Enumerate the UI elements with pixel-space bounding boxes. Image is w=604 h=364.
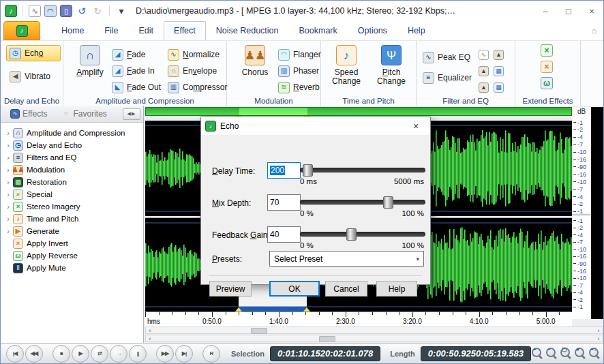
ribbon-collapse-icon[interactable]: ⌂ xyxy=(592,26,597,35)
ribbon-button-fade[interactable]: ◢Fade xyxy=(108,46,149,63)
scroll-thumb[interactable] xyxy=(319,336,335,342)
new-file-icon[interactable]: ∿ xyxy=(29,5,41,17)
play-button[interactable]: ▶ xyxy=(72,345,89,363)
tab-help[interactable]: Help xyxy=(397,21,436,40)
ribbon-button-phaser[interactable]: ▨Phaser xyxy=(275,63,322,79)
zoom-selection-icon[interactable]: ▢ xyxy=(560,347,573,360)
tree-item-delay-and-echo[interactable]: ›◷Delay and Echo xyxy=(1,139,143,151)
selection-handle-start-icon[interactable] xyxy=(235,307,242,312)
tree-item-apply-mute[interactable]: ‖Apply Mute xyxy=(1,262,143,274)
tab-effect[interactable]: Effect xyxy=(164,21,206,40)
record-button[interactable]: R xyxy=(202,345,220,363)
cancel-button[interactable]: Cancel xyxy=(325,281,367,297)
app-menu-button[interactable]: ♪ xyxy=(3,21,40,40)
scroll-left-icon[interactable]: ‹ xyxy=(146,335,154,342)
sidebar-tab-favorites[interactable]: ☆Favorites xyxy=(54,108,113,120)
horizontal-scrollbar-2[interactable]: ‹› xyxy=(145,335,603,342)
ribbon-button-flanger[interactable]: ◠Flanger xyxy=(275,46,324,63)
expander-icon[interactable]: › xyxy=(3,190,13,198)
stop-button[interactable]: ■ xyxy=(52,345,70,363)
scroll-thumb[interactable] xyxy=(251,328,267,334)
ribbon-button-eqsm5[interactable]: ▲ xyxy=(478,79,489,95)
time-ruler[interactable]: hms0:50.01:40.02:30.03:20.04:10.05:00.0 xyxy=(145,312,572,327)
ribbon-button-amplify[interactable]: ∩Amplify xyxy=(70,45,110,77)
ribbon-button-fade-out[interactable]: ◣Fade Out xyxy=(108,79,164,95)
help-button[interactable]: Help xyxy=(376,281,417,297)
tree-item-apply-invert[interactable]: ×Apply Invert xyxy=(1,237,143,249)
selection-handle-end-icon[interactable] xyxy=(303,307,310,312)
ribbon-button-speed-change[interactable]: ♪Speed Change xyxy=(327,45,366,86)
tree-item-filters-and-eq[interactable]: ›≡Filters and EQ xyxy=(1,151,143,164)
ribbon-button-normalize[interactable]: ∿Normalize xyxy=(164,46,223,63)
echo-dialog-titlebar[interactable]: ♪ Echo × xyxy=(201,117,430,135)
ribbon-button-echo[interactable]: ◷Echo xyxy=(6,45,61,61)
maximize-button[interactable]: □ xyxy=(557,2,580,20)
loop-button[interactable]: ⇄ xyxy=(91,345,108,363)
slider-thumb-1[interactable] xyxy=(383,196,393,209)
expander-icon[interactable]: › xyxy=(3,178,13,186)
horizontal-scrollbar-1[interactable]: ‹› xyxy=(145,327,603,334)
ribbon-button-envelope[interactable]: ∩Envelope xyxy=(164,63,220,79)
ribbon-button-eqsm3[interactable]: ▲ xyxy=(478,63,489,79)
app-icon[interactable]: ♪ xyxy=(5,5,17,17)
pause-button[interactable]: || xyxy=(129,345,147,363)
tab-home[interactable]: Home xyxy=(51,21,94,40)
sidebar-scroll-arrows[interactable]: ◀▶ xyxy=(123,108,140,120)
scroll-left-icon[interactable]: ‹ xyxy=(146,327,154,333)
expander-icon[interactable]: › xyxy=(3,129,13,137)
zoom-full-icon[interactable]: ● xyxy=(574,347,587,360)
expander-icon[interactable]: › xyxy=(3,227,13,235)
field-input-0[interactable]: 200 xyxy=(267,162,301,179)
go-start-button[interactable]: |◀ xyxy=(6,345,24,363)
step-forward-button[interactable]: → xyxy=(110,345,127,363)
ribbon-button-fade-in[interactable]: ◢Fade In xyxy=(108,63,158,79)
scroll-right-icon[interactable]: › xyxy=(594,327,603,333)
go-end-button[interactable]: ▶| xyxy=(175,345,193,363)
ribbon-button-eqsm6[interactable]: ▦ xyxy=(493,79,504,95)
tree-item-time-and-pitch[interactable]: ›♪Time and Pitch xyxy=(1,213,143,225)
ribbon-button-eqsm1[interactable]: ∿ xyxy=(478,46,489,63)
ribbon-button-ext1[interactable]: × xyxy=(540,42,554,59)
tab-edit[interactable]: Edit xyxy=(129,21,164,40)
tree-item-stereo-imagery[interactable]: ›×Stereo Imagery xyxy=(1,200,143,213)
tree-item-apply-reverse[interactable]: ωApply Reverse xyxy=(1,249,143,262)
slider-thumb-2[interactable] xyxy=(346,228,357,241)
tab-bookmark[interactable]: Bookmark xyxy=(289,21,348,40)
ribbon-button-ext2[interactable]: × xyxy=(540,59,554,75)
expander-icon[interactable]: › xyxy=(3,141,13,149)
selection-bottom-bar[interactable] xyxy=(239,307,307,312)
slider-thumb-0[interactable] xyxy=(303,164,313,177)
tab-options[interactable]: Options xyxy=(348,21,397,40)
ribbon-button-peak-eq[interactable]: ∿Peak EQ xyxy=(419,49,474,65)
zoom-in-icon[interactable]: + xyxy=(531,347,544,360)
ok-button[interactable]: OK xyxy=(269,281,320,297)
ribbon-button-chorus[interactable]: ♟♟Chorus xyxy=(235,45,275,77)
tab-noise-reduction[interactable]: Noise Reduction xyxy=(206,21,289,40)
expander-icon[interactable]: › xyxy=(3,166,13,174)
field-input-2[interactable]: 40 xyxy=(267,226,301,243)
waveform-overview-strip[interactable] xyxy=(145,107,572,116)
scroll-right-icon[interactable]: › xyxy=(594,335,603,342)
close-button[interactable]: × xyxy=(580,2,603,20)
zoom-vertical-in-icon[interactable]: +↕ xyxy=(588,347,601,360)
tree-item-amplitude-and-compression[interactable]: ›∩Amplitude and Compression xyxy=(1,127,143,139)
tree-item-restoration[interactable]: ›▦Restoration xyxy=(1,176,143,188)
ribbon-button-ext3[interactable]: ω xyxy=(540,75,554,91)
sidebar-tab-effects[interactable]: ∿Effects xyxy=(3,108,54,120)
slider-track-0[interactable] xyxy=(300,168,425,172)
ribbon-button-eqsm2[interactable]: ▲ xyxy=(493,46,504,63)
expander-icon[interactable]: › xyxy=(3,153,13,162)
slider-track-2[interactable] xyxy=(300,232,425,237)
redo-icon[interactable]: ↻ xyxy=(91,5,104,17)
rewind-button[interactable]: ◀◀ xyxy=(25,345,43,363)
tab-file[interactable]: File xyxy=(94,21,128,40)
save-file-icon[interactable]: ▯ xyxy=(60,5,72,17)
presets-dropdown[interactable]: Select Preset▾ xyxy=(269,251,424,267)
toolbar-more-icon[interactable]: ▾ xyxy=(115,5,127,17)
field-input-1[interactable]: 70 xyxy=(267,194,301,211)
ribbon-button-vibrato[interactable]: ◀Vibrato xyxy=(6,68,61,85)
ribbon-button-pitch-change[interactable]: ΨPitch Change xyxy=(372,45,411,86)
minimize-button[interactable]: – xyxy=(534,2,557,20)
zoom-out-icon[interactable]: − xyxy=(545,347,558,360)
overview-selection[interactable] xyxy=(239,108,307,115)
